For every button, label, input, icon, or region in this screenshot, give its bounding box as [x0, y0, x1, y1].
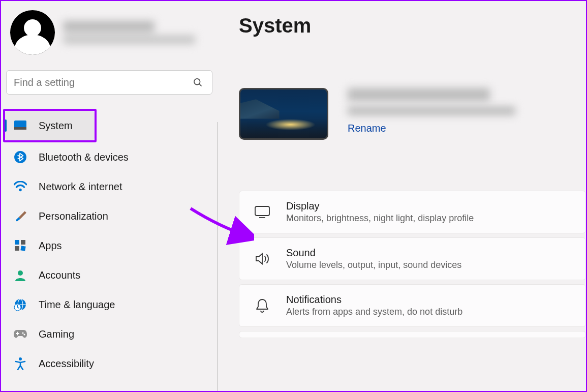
- sidebar-item-label: Time & language: [39, 299, 115, 311]
- card-subtitle: Monitors, brightness, night light, displ…: [286, 213, 474, 224]
- wifi-icon: [13, 179, 27, 194]
- system-icon: [13, 118, 27, 133]
- sidebar-item-personalization[interactable]: Personalization: [5, 201, 213, 231]
- settings-card-notifications[interactable]: Notifications Alerts from apps and syste…: [239, 284, 586, 327]
- sidebar-item-apps[interactable]: Apps: [5, 231, 213, 260]
- user-profile[interactable]: [5, 6, 213, 70]
- svg-point-0: [194, 79, 200, 85]
- sound-icon: [254, 252, 271, 266]
- rename-link[interactable]: Rename: [348, 123, 386, 134]
- sidebar-item-network[interactable]: Network & internet: [5, 172, 213, 201]
- sidebar-item-gaming[interactable]: Gaming: [5, 319, 213, 349]
- sidebar-item-system[interactable]: System: [5, 111, 95, 140]
- device-thumbnail[interactable]: [239, 88, 328, 140]
- svg-point-15: [22, 332, 23, 334]
- sidebar-item-time-language[interactable]: Time & language: [5, 290, 213, 319]
- page-title: System: [239, 14, 586, 37]
- sidebar-item-label: Gaming: [39, 328, 74, 340]
- svg-line-1: [199, 84, 201, 86]
- svg-rect-9: [20, 246, 25, 251]
- settings-card-partial[interactable]: [239, 331, 586, 338]
- bell-icon: [254, 298, 271, 313]
- apps-icon: [13, 238, 27, 253]
- search-container[interactable]: [6, 70, 212, 95]
- card-title: Display: [286, 200, 474, 212]
- sidebar-item-label: Apps: [39, 240, 62, 252]
- globe-clock-icon: [13, 297, 27, 312]
- annotation-highlight-box: System: [3, 109, 97, 142]
- person-icon: [13, 268, 27, 282]
- paintbrush-icon: [13, 209, 27, 223]
- gamepad-icon: [13, 327, 27, 341]
- settings-card-display[interactable]: Display Monitors, brightness, night ligh…: [239, 191, 586, 233]
- sidebar-item-label: Network & internet: [39, 181, 122, 193]
- sidebar-item-label: Bluetooth & devices: [39, 152, 129, 163]
- sidebar-divider: [217, 122, 218, 391]
- device-model-blurred: [348, 106, 515, 115]
- svg-point-17: [19, 357, 22, 360]
- search-input[interactable]: [14, 77, 191, 88]
- sidebar-item-accounts[interactable]: Accounts: [5, 260, 213, 290]
- bluetooth-icon: [13, 150, 27, 164]
- profile-name-blurred: [63, 21, 195, 44]
- svg-point-10: [18, 270, 23, 276]
- card-title: Notifications: [286, 294, 462, 306]
- svg-rect-7: [21, 240, 25, 245]
- sidebar-nav: System Bluetooth & devices Network & int…: [5, 109, 213, 378]
- svg-rect-3: [14, 127, 26, 130]
- svg-point-16: [23, 334, 25, 335]
- settings-card-sound[interactable]: Sound Volume levels, output, input, soun…: [239, 237, 586, 280]
- card-subtitle: Volume levels, output, input, sound devi…: [286, 260, 461, 270]
- sidebar-item-accessibility[interactable]: Accessibility: [5, 349, 213, 378]
- svg-rect-18: [255, 206, 269, 216]
- card-title: Sound: [286, 247, 461, 259]
- sidebar-item-label: Personalization: [39, 210, 108, 222]
- sidebar-item-bluetooth[interactable]: Bluetooth & devices: [5, 142, 213, 172]
- sidebar-item-label: Accounts: [39, 269, 80, 281]
- svg-rect-6: [15, 240, 19, 245]
- device-name-blurred: [348, 88, 490, 101]
- card-subtitle: Alerts from apps and system, do not dist…: [286, 307, 462, 317]
- display-icon: [254, 205, 271, 219]
- search-icon: [191, 75, 205, 89]
- accessibility-icon: [13, 356, 27, 371]
- svg-rect-8: [15, 246, 19, 251]
- sidebar-item-label: System: [39, 120, 73, 132]
- svg-point-5: [19, 189, 21, 191]
- sidebar-item-label: Accessibility: [39, 358, 94, 370]
- avatar: [10, 10, 55, 55]
